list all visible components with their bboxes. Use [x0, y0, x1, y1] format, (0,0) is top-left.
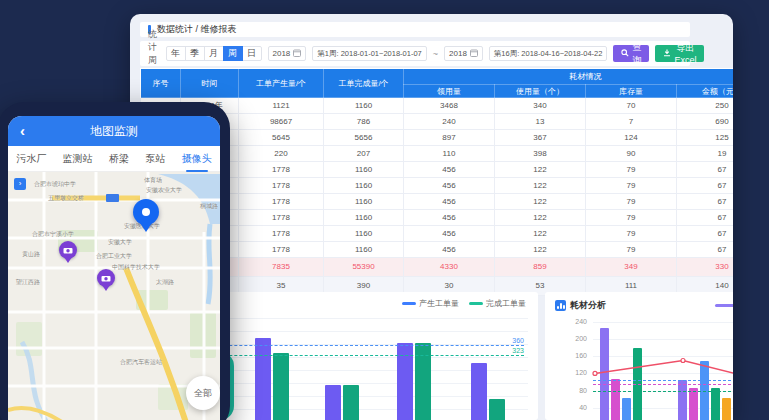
y-axis-tick: 120	[557, 369, 587, 376]
table-cell: 79	[586, 162, 677, 178]
table-cell: 1160	[324, 242, 404, 258]
table-cell: 456	[404, 210, 495, 226]
total-cell: 7835	[239, 258, 324, 277]
table-cell: 456	[404, 226, 495, 242]
breadcrumb-text: 数据统计 / 维修报表	[157, 23, 237, 36]
table-cell: 1160	[324, 98, 404, 114]
reference-line	[593, 391, 733, 392]
pin-tail	[140, 223, 152, 238]
end-year-select[interactable]: 2018	[444, 46, 483, 61]
table-cell: 122	[495, 162, 586, 178]
phone-mockup: ‹ 地图监测 污水厂监测站桥梁泵站摄像头	[0, 102, 230, 420]
table-cell: 250	[677, 98, 734, 114]
period-option-季[interactable]: 季	[185, 46, 205, 61]
table-cell: 786	[324, 114, 404, 130]
tab-桥梁[interactable]: 桥梁	[107, 148, 131, 170]
table-cell: 79	[586, 226, 677, 242]
map-label: 安徽大学	[108, 238, 132, 247]
start-year-value: 2018	[273, 49, 291, 58]
map-label: 合肥汽车客运站	[120, 358, 162, 367]
tab-污水厂[interactable]: 污水厂	[14, 148, 48, 170]
query-button-label: 查询	[632, 41, 641, 67]
bar	[711, 388, 720, 420]
table-cell: 122	[495, 210, 586, 226]
query-button[interactable]: 查询	[613, 45, 649, 62]
table-cell: 79	[586, 242, 677, 258]
tab-泵站[interactable]: 泵站	[143, 148, 167, 170]
table-cell: 1778	[239, 194, 324, 210]
marker-tail	[64, 257, 72, 267]
end-week-input[interactable]: 第16周: 2018-04-16~2018-04-22	[489, 46, 608, 61]
table-cell: 5645	[239, 130, 324, 146]
calendar-icon	[293, 49, 301, 59]
end-year-value: 2018	[449, 49, 467, 58]
table-cell: 70	[586, 98, 677, 114]
table-cell: 79	[586, 178, 677, 194]
total-cell: 55390	[324, 258, 404, 277]
table-cell: 122	[495, 242, 586, 258]
table-cell: 122	[495, 194, 586, 210]
start-year-select[interactable]: 2018	[268, 46, 307, 61]
period-option-月[interactable]: 月	[204, 46, 224, 61]
camera-marker-2[interactable]	[97, 269, 115, 287]
total-cell: 4330	[404, 258, 495, 277]
back-chevron-icon[interactable]: ‹	[20, 116, 25, 146]
start-week-input[interactable]: 第1周: 2018-01-01~2018-01-07	[312, 46, 426, 61]
sub-col-header: 金额（元）	[677, 85, 734, 98]
tab-监测站[interactable]: 监测站	[61, 148, 95, 170]
table-cell: 456	[404, 162, 495, 178]
gridline	[593, 373, 733, 374]
table-cell: 1778	[239, 226, 324, 242]
table-cell: 1778	[239, 162, 324, 178]
table-cell: 1778	[239, 210, 324, 226]
gridline	[593, 356, 733, 357]
bar-chart-icon	[555, 300, 566, 311]
marker-tail	[102, 285, 110, 295]
period-option-年[interactable]: 年	[166, 46, 186, 61]
bar	[325, 385, 341, 420]
gridline	[593, 339, 733, 340]
map-label: 桐城路	[200, 202, 218, 211]
export-excel-button[interactable]: 导出Excel	[655, 45, 704, 62]
selected-location-pin[interactable]	[133, 199, 159, 225]
table-cell: 1778	[239, 242, 324, 258]
table-cell: 1121	[239, 98, 324, 114]
table-cell: 19	[677, 146, 734, 162]
map-canvas[interactable]: 合肥市琥珀中学体育场安徽农业大学五里墩立交桥安徽医科大学合肥市宁溪小学安徽大学合…	[8, 172, 220, 420]
bar	[489, 399, 505, 420]
map-label: 体育场	[144, 176, 162, 185]
table-cell: 1160	[324, 226, 404, 242]
workorder-chart-legend: 产生工单量完成工单量	[402, 298, 526, 309]
range-separator: ~	[433, 49, 438, 59]
table-cell: 207	[324, 146, 404, 162]
period-option-周[interactable]: 周	[223, 46, 243, 61]
consumables-chart-title: 耗材分析	[555, 299, 606, 312]
bar	[471, 363, 487, 420]
table-cell: 897	[404, 130, 495, 146]
sub-col-header: 使用量（个）	[495, 85, 586, 98]
table-cell: 456	[404, 242, 495, 258]
total-cell: 859	[495, 258, 586, 277]
table-cell: 67	[677, 194, 734, 210]
period-option-日[interactable]: 日	[242, 46, 262, 61]
y-axis-tick: 200	[557, 335, 587, 342]
tab-摄像头[interactable]: 摄像头	[180, 148, 214, 170]
col-header: 工单完成量/个	[324, 69, 404, 98]
table-cell: 1160	[324, 194, 404, 210]
table-cell: 240	[404, 114, 495, 130]
all-filter-button[interactable]: 全部	[186, 376, 220, 410]
table-cell: 1160	[324, 162, 404, 178]
table-cell: 398	[495, 146, 586, 162]
reference-line-label: 360	[512, 337, 524, 344]
legend-swatch	[402, 302, 416, 305]
breadcrumb: 数据统计 / 维修报表	[140, 22, 690, 37]
sub-col-header: 领用量	[404, 85, 495, 98]
phone-screen: ‹ 地图监测 污水厂监测站桥梁泵站摄像头	[8, 116, 220, 420]
legend-swatch	[469, 302, 483, 305]
calendar-icon	[470, 49, 478, 59]
y-axis-tick: 40	[557, 404, 587, 411]
camera-marker-1[interactable]	[59, 241, 77, 259]
reference-line	[593, 384, 733, 385]
expand-panel-icon[interactable]: ›	[14, 178, 26, 190]
legend-line-purple	[715, 304, 733, 307]
